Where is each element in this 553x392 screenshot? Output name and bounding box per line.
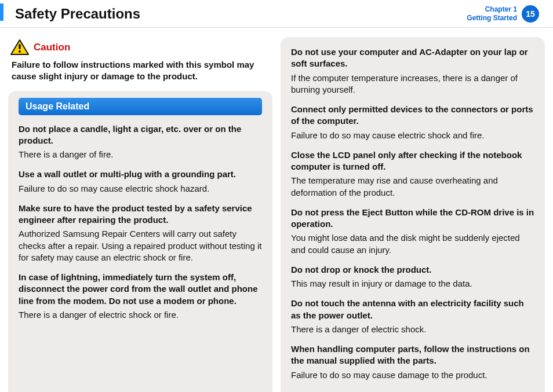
item-body: Failure to do so may cause electric shoc… xyxy=(291,130,534,141)
list-item: Do not touch the antenna with an electri… xyxy=(291,298,534,335)
item-body: You might lose data and the disk might b… xyxy=(291,232,534,256)
list-item: Do not place a candle, light a cigar, et… xyxy=(19,123,262,161)
svg-point-2 xyxy=(19,50,21,53)
item-heading: Do not press the Eject Button while the … xyxy=(291,207,534,230)
chapter-line-1: Chapter 1 xyxy=(467,5,517,14)
item-body: There is a danger of electric shock or f… xyxy=(19,309,262,321)
item-body: The temperature may rise and cause overh… xyxy=(291,175,534,199)
warning-triangle-icon xyxy=(10,39,29,56)
list-item: Do not use your computer and AC-Adapter … xyxy=(291,46,534,96)
content-columns: Caution Failure to follow instructions m… xyxy=(0,28,553,392)
page: Safety Precautions Chapter 1 Getting Sta… xyxy=(0,0,553,392)
svg-rect-1 xyxy=(19,44,20,49)
item-heading: Do not touch the antenna with an electri… xyxy=(291,298,534,321)
header: Safety Precautions Chapter 1 Getting Sta… xyxy=(0,0,553,28)
left-column: Caution Failure to follow instructions m… xyxy=(8,37,272,392)
item-heading: Do not place a candle, light a cigar, et… xyxy=(19,123,262,147)
list-item: Close the LCD panel only after checking … xyxy=(291,149,534,199)
item-heading: Close the LCD panel only after checking … xyxy=(291,149,534,173)
list-item: Do not press the Eject Button while the … xyxy=(291,207,534,256)
header-right: Chapter 1 Getting Started 15 xyxy=(467,5,539,23)
item-body: Failure to do so may cause damage to the… xyxy=(291,369,534,381)
usage-card-left: Usage Related Do not place a candle, lig… xyxy=(8,91,272,393)
list-item: In case of lightning, immediately turn t… xyxy=(19,272,262,321)
page-title: Safety Precautions xyxy=(15,6,140,22)
list-item: When handling computer parts, follow the… xyxy=(291,343,534,381)
section-title: Usage Related xyxy=(19,98,262,115)
caution-label: Caution xyxy=(34,42,70,53)
item-body: There is a danger of electric shock. xyxy=(291,324,534,335)
item-heading: Do not drop or knock the product. xyxy=(291,264,534,276)
caution-text: Failure to follow instructions marked wi… xyxy=(12,59,269,83)
caution-header: Caution xyxy=(10,39,270,56)
page-number-badge: 15 xyxy=(522,5,539,23)
chapter-meta: Chapter 1 Getting Started xyxy=(467,5,517,23)
item-heading: Make sure to have the product tested by … xyxy=(19,203,262,226)
list-item: Make sure to have the product tested by … xyxy=(19,203,262,263)
list-item: Use a wall outlet or multi-plug with a g… xyxy=(19,168,262,195)
item-heading: In case of lightning, immediately turn t… xyxy=(19,272,262,307)
item-body: If the computer temperature increases, t… xyxy=(291,72,534,96)
right-column: Do not use your computer and AC-Adapter … xyxy=(281,37,545,392)
chapter-line-2: Getting Started xyxy=(467,14,517,23)
usage-card-right: Do not use your computer and AC-Adapter … xyxy=(281,37,545,392)
item-body: This may result in injury or damage to t… xyxy=(291,278,534,290)
item-heading: When handling computer parts, follow the… xyxy=(291,343,534,367)
list-item: Do not drop or knock the product. This m… xyxy=(291,264,534,290)
item-heading: Connect only permitted devices to the co… xyxy=(291,104,534,127)
item-body: There is a danger of fire. xyxy=(19,149,262,160)
item-heading: Do not use your computer and AC-Adapter … xyxy=(291,46,534,70)
item-heading: Use a wall outlet or multi-plug with a g… xyxy=(19,168,262,180)
item-body: Authorized Samsung Repair Centers will c… xyxy=(19,228,262,263)
header-accent xyxy=(0,3,3,21)
list-item: Connect only permitted devices to the co… xyxy=(291,104,534,141)
item-body: Failure to do so may cause electric shoc… xyxy=(19,183,262,195)
